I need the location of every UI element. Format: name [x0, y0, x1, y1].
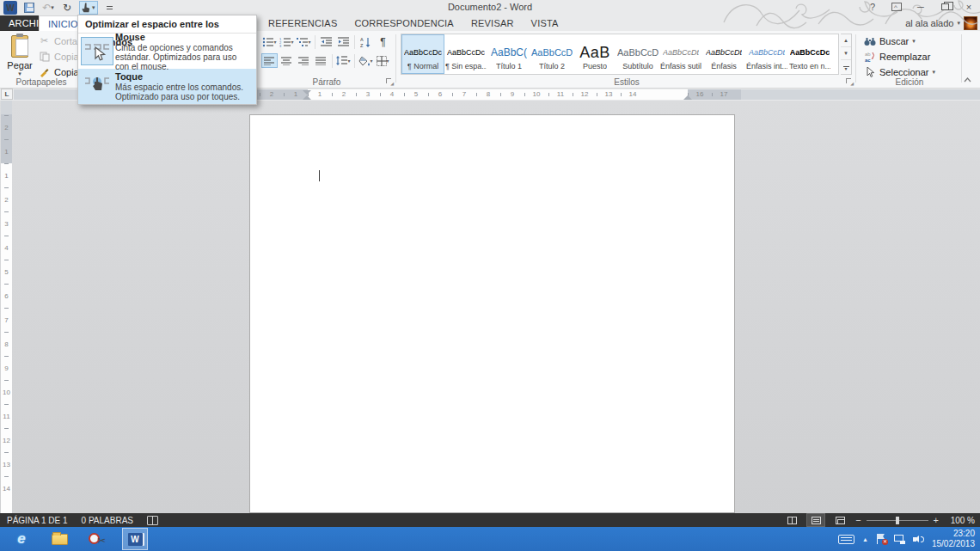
ribbon-display-icon [891, 3, 902, 11]
taskbar-ie-button[interactable]: e [9, 528, 34, 550]
select-button[interactable]: Seleccionar ▾ [863, 65, 935, 78]
taskbar-snipping-tool-button[interactable]: ✂ [84, 528, 110, 550]
align-right-button[interactable] [296, 53, 312, 68]
text-cursor [319, 170, 320, 181]
web-layout-button[interactable] [831, 514, 848, 526]
word-taskbar-icon: W [128, 533, 143, 546]
styles-scroll-up-button[interactable]: ▴ [841, 34, 851, 47]
document-page[interactable] [249, 114, 735, 513]
hand-pointer-icon [82, 3, 90, 13]
read-mode-button[interactable] [783, 514, 800, 526]
zoom-out-button[interactable]: − [855, 516, 861, 524]
taskbar-word-button[interactable]: W [122, 528, 148, 550]
replace-button[interactable]: abac Reemplazar [863, 50, 935, 63]
close-button[interactable]: × [963, 1, 975, 13]
format-painter-icon [38, 66, 51, 78]
tab-selector[interactable]: L [1, 89, 13, 100]
help-button[interactable]: ? [867, 1, 879, 13]
action-center-icon[interactable] [876, 534, 886, 544]
zoom-level[interactable]: 100 % [946, 516, 975, 525]
group-estilos: AaBbCcDc¶ Normal AaBbCcDc¶ Sin espa... A… [398, 31, 855, 89]
find-button[interactable]: Buscar ▾ [863, 34, 935, 47]
taskbar-clock[interactable]: 23:20 15/02/2013 [932, 529, 975, 549]
group-parrafo: ▾ 123 ▾ ▾ AZ ¶ [258, 31, 395, 89]
style-sin-espaciado[interactable]: AaBbCcDc¶ Sin espa... [444, 34, 487, 74]
web-layout-icon [836, 517, 845, 524]
justify-button[interactable] [313, 53, 329, 68]
vertical-ruler[interactable]: 21 1234567891011121314 [1, 101, 12, 513]
line-spacing-button[interactable]: ▾ [335, 53, 352, 68]
save-button[interactable] [22, 1, 36, 15]
bullets-button[interactable]: ▾ [261, 34, 278, 49]
style-normal[interactable]: AaBbCcDc¶ Normal [401, 34, 444, 74]
style-enfasis-sutil[interactable]: AaBbCcDtÉnfasis sutil [659, 34, 702, 74]
align-left-button[interactable] [261, 53, 278, 68]
account-control[interactable]: al ala alado ▾ [905, 15, 977, 31]
right-indent-marker[interactable] [683, 95, 692, 100]
mouse-option-description: Cinta de opciones y comandos estándar. O… [115, 43, 253, 71]
tab-vista[interactable]: VISTA [523, 15, 567, 31]
title-bar: W ↶▾ ↻ ▾ Documento2 - Word ? ─ × [0, 0, 980, 15]
hanging-indent-marker[interactable] [303, 95, 311, 100]
restore-button[interactable] [939, 1, 951, 13]
sort-button[interactable]: AZ [358, 34, 374, 49]
touch-option-description: Más espacio entre los comandos. Optimiza… [115, 83, 253, 101]
multilevel-list-button[interactable]: ▾ [296, 34, 312, 49]
taskbar: e ✂ W ▲ 23:20 15/02/2013 [0, 527, 980, 551]
zoom-slider-thumb[interactable] [896, 517, 899, 524]
styles-gallery-more-button[interactable]: ▾ [841, 60, 851, 74]
show-hidden-icons-button[interactable]: ▲ [862, 536, 868, 542]
tab-revisar[interactable]: REVISAR [462, 15, 523, 31]
svg-text:A: A [360, 37, 364, 42]
paste-button[interactable]: Pegar ▾ [3, 34, 36, 83]
paragraph-dialog-launcher[interactable] [386, 78, 394, 86]
align-center-button[interactable] [279, 53, 295, 68]
tab-referencias[interactable]: REFERENCIAS [260, 15, 346, 31]
undo-button[interactable]: ↶▾ [41, 1, 55, 15]
customize-qat-button[interactable] [103, 1, 117, 15]
word-window: W ↶▾ ↻ ▾ Documento2 - Word ? ─ × ARCHIVO… [0, 0, 980, 551]
tab-correspondencia[interactable]: CORRESPONDENCIA [346, 15, 462, 31]
proofing-status-icon[interactable] [147, 516, 158, 525]
show-marks-button[interactable]: ¶ [375, 34, 391, 49]
increase-indent-button[interactable] [335, 34, 352, 49]
print-layout-button[interactable] [807, 514, 824, 526]
redo-button[interactable]: ↻ [60, 1, 74, 15]
decrease-indent-button[interactable] [318, 34, 334, 49]
ruler-text-area: 1234567891011121314 [308, 89, 688, 100]
styles-scroll-down-button[interactable]: ▾ [841, 47, 851, 60]
touch-mouse-mode-button[interactable]: ▾ [79, 1, 98, 15]
style-enfasis[interactable]: AaBbCcDtÉnfasis [702, 34, 745, 74]
style-texto-negrita[interactable]: AaBbCcDcTexto en n... [788, 34, 831, 74]
ribbon-display-options-button[interactable] [891, 1, 903, 13]
svg-text:ac: ac [865, 58, 871, 62]
ribbon-tabs: REFERENCIAS CORRESPONDENCIA REVISAR VIST… [260, 15, 567, 31]
zoom-in-button[interactable]: + [934, 516, 939, 524]
style-titulo-1[interactable]: AaBbC(Título 1 [487, 34, 530, 74]
volume-icon[interactable] [913, 535, 924, 544]
borders-button[interactable]: ▾ [375, 53, 391, 68]
style-titulo-2[interactable]: AaBbCcDTítulo 2 [530, 34, 573, 74]
taskbar-explorer-button[interactable] [46, 528, 72, 550]
numbering-button[interactable]: 123 ▾ [279, 34, 295, 49]
shading-button[interactable]: ▾ [358, 53, 374, 68]
svg-text:Z: Z [360, 43, 364, 47]
menu-item-toque[interactable]: Toque Más espacio entre los comandos. Op… [78, 69, 256, 104]
styles-dialog-launcher[interactable] [846, 78, 854, 86]
find-dropdown-arrow: ▾ [912, 38, 916, 45]
first-line-indent-marker[interactable] [303, 90, 311, 95]
minimize-button[interactable]: ─ [915, 1, 927, 13]
touch-keyboard-icon[interactable] [838, 535, 854, 544]
menu-item-mouse[interactable]: Mouse Cinta de opciones y comandos están… [78, 34, 256, 69]
style-subtitulo[interactable]: AaBbCcDSubtítulo [616, 34, 659, 74]
collapse-ribbon-button[interactable] [961, 76, 973, 84]
group-label-estilos: Estilos [398, 77, 855, 87]
network-icon[interactable] [894, 535, 905, 544]
word-count[interactable]: 0 PALABRAS [82, 516, 133, 525]
style-enfasis-intenso[interactable]: AaBbCcDtÉnfasis int... [745, 34, 788, 74]
account-avatar[interactable] [964, 16, 977, 30]
zoom-slider[interactable] [867, 520, 928, 521]
style-puesto[interactable]: AaBPuesto [573, 34, 616, 74]
word-app-icon[interactable]: W [3, 1, 17, 15]
page-indicator[interactable]: PÁGINA 1 DE 1 [7, 516, 68, 525]
